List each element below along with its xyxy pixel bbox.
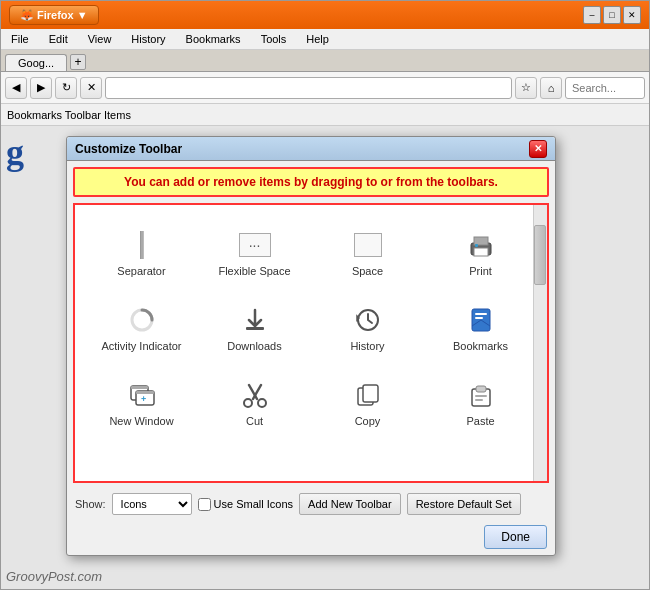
toolbar-item-activity-indicator[interactable]: Activity Indicator <box>85 290 198 365</box>
toolbar-item-flexible-space[interactable]: ··· Flexible Space <box>198 215 311 290</box>
bookmarks-bar: Bookmarks Toolbar Items <box>1 104 649 126</box>
done-button[interactable]: Done <box>484 525 547 549</box>
main-area: g Customize Toolbar ✕ You can add or rem… <box>1 126 649 589</box>
toolbar-item-space[interactable]: Space <box>311 215 424 290</box>
print-label: Print <box>469 265 492 277</box>
window-controls: – □ ✕ <box>583 6 641 24</box>
firefox-title: Firefox <box>37 9 74 21</box>
toolbar-item-downloads[interactable]: Downloads <box>198 290 311 365</box>
toolbar-item-copy[interactable]: Copy <box>311 365 424 440</box>
firefox-window: 🦊 Firefox ▼ – □ ✕ File Edit View History… <box>0 0 650 590</box>
copy-label: Copy <box>355 415 381 427</box>
activity-indicator-label: Activity Indicator <box>101 340 181 352</box>
stop-button[interactable]: ✕ <box>80 77 102 99</box>
menu-edit[interactable]: Edit <box>43 31 74 47</box>
toolbar-item-separator[interactable]: Separator <box>85 215 198 290</box>
toolbar-item-cut[interactable]: Cut <box>198 365 311 440</box>
refresh-button[interactable]: ↻ <box>55 77 77 99</box>
customize-toolbar-dialog: Customize Toolbar ✕ You can add or remov… <box>66 136 556 556</box>
dialog-title: Customize Toolbar <box>75 142 529 156</box>
minimize-button[interactable]: – <box>583 6 601 24</box>
tab-label: Goog... <box>18 57 54 69</box>
separator-icon <box>126 229 158 261</box>
svg-rect-1 <box>474 237 488 245</box>
print-icon <box>465 229 497 261</box>
menu-history[interactable]: History <box>125 31 171 47</box>
svg-rect-9 <box>475 317 483 319</box>
toolbar-item-history[interactable]: History <box>311 290 424 365</box>
svg-rect-11 <box>131 386 148 389</box>
menu-help[interactable]: Help <box>300 31 335 47</box>
restore-default-set-button[interactable]: Restore Default Set <box>407 493 521 515</box>
new-window-icon: + <box>126 379 158 411</box>
svg-point-17 <box>244 399 252 407</box>
home-button[interactable]: ⌂ <box>540 77 562 99</box>
search-bar[interactable] <box>565 77 645 99</box>
toolbar-item-bookmarks[interactable]: Bookmarks <box>424 290 537 365</box>
downloads-label: Downloads <box>227 340 281 352</box>
cut-icon <box>239 379 271 411</box>
new-window-label: New Window <box>109 415 173 427</box>
new-tab-button[interactable]: + <box>70 54 86 70</box>
maximize-button[interactable]: □ <box>603 6 621 24</box>
svg-text:+: + <box>141 394 146 404</box>
dialog-footer: Show: Icons Text Icons and Text Use Smal… <box>67 487 555 521</box>
paste-icon <box>465 379 497 411</box>
bookmark-star-button[interactable]: ☆ <box>515 77 537 99</box>
firefox-logo: 🦊 <box>20 9 34 22</box>
toolbar-items-grid: Separator ··· Flexible Space <box>75 205 547 450</box>
hint-text: You can add or remove items by dragging … <box>124 175 498 189</box>
toolbar-item-new-window[interactable]: + New Window <box>85 365 198 440</box>
svg-rect-5 <box>246 327 264 330</box>
done-bar: Done <box>67 521 555 555</box>
separator-label: Separator <box>117 265 165 277</box>
svg-rect-20 <box>363 385 378 402</box>
history-icon <box>352 304 384 336</box>
menu-view[interactable]: View <box>82 31 118 47</box>
menu-bookmarks[interactable]: Bookmarks <box>180 31 247 47</box>
show-select[interactable]: Icons Text Icons and Text <box>112 493 192 515</box>
toolbar-items-container: Separator ··· Flexible Space <box>73 203 549 483</box>
dialog-scrollbar[interactable] <box>533 205 547 481</box>
forward-button[interactable]: ▶ <box>30 77 52 99</box>
dialog-close-button[interactable]: ✕ <box>529 140 547 158</box>
small-icons-label: Use Small Icons <box>214 498 293 510</box>
scrollbar-thumb[interactable] <box>534 225 546 285</box>
dropdown-arrow-icon: ▼ <box>77 9 88 21</box>
flex-space-icon: ··· <box>239 229 271 261</box>
active-tab[interactable]: Goog... <box>5 54 67 71</box>
small-icons-checkbox[interactable] <box>198 498 211 511</box>
title-bar: 🦊 Firefox ▼ – □ ✕ <box>1 1 649 29</box>
activity-indicator-icon <box>126 304 158 336</box>
paste-label: Paste <box>466 415 494 427</box>
close-button[interactable]: ✕ <box>623 6 641 24</box>
add-new-toolbar-button[interactable]: Add New Toolbar <box>299 493 401 515</box>
small-icons-checkbox-label: Use Small Icons <box>198 498 293 511</box>
svg-rect-24 <box>475 399 483 401</box>
address-bar[interactable] <box>105 77 512 99</box>
svg-rect-22 <box>476 386 486 392</box>
toolbar-item-paste[interactable]: Paste <box>424 365 537 440</box>
cut-label: Cut <box>246 415 263 427</box>
toolbar-item-print[interactable]: Print <box>424 215 537 290</box>
svg-rect-2 <box>474 248 488 256</box>
dialog-titlebar: Customize Toolbar ✕ <box>67 137 555 161</box>
bookmarks-toolbar-label: Bookmarks Toolbar Items <box>7 109 131 121</box>
history-label: History <box>350 340 384 352</box>
firefox-menu-button[interactable]: 🦊 Firefox ▼ <box>9 5 99 25</box>
watermark: GroovyPost.com <box>6 569 102 584</box>
downloads-icon <box>239 304 271 336</box>
svg-point-18 <box>258 399 266 407</box>
menu-file[interactable]: File <box>5 31 35 47</box>
bookmarks-icon <box>465 304 497 336</box>
space-icon <box>352 229 384 261</box>
nav-bar: ◀ ▶ ↻ ✕ ☆ ⌂ <box>1 72 649 104</box>
menu-tools[interactable]: Tools <box>255 31 293 47</box>
svg-rect-23 <box>475 395 487 397</box>
svg-rect-3 <box>475 244 478 247</box>
back-button[interactable]: ◀ <box>5 77 27 99</box>
hint-bar: You can add or remove items by dragging … <box>73 167 549 197</box>
bookmarks-label: Bookmarks <box>453 340 508 352</box>
space-label: Space <box>352 265 383 277</box>
browser-tabs: Goog... + <box>1 50 649 72</box>
